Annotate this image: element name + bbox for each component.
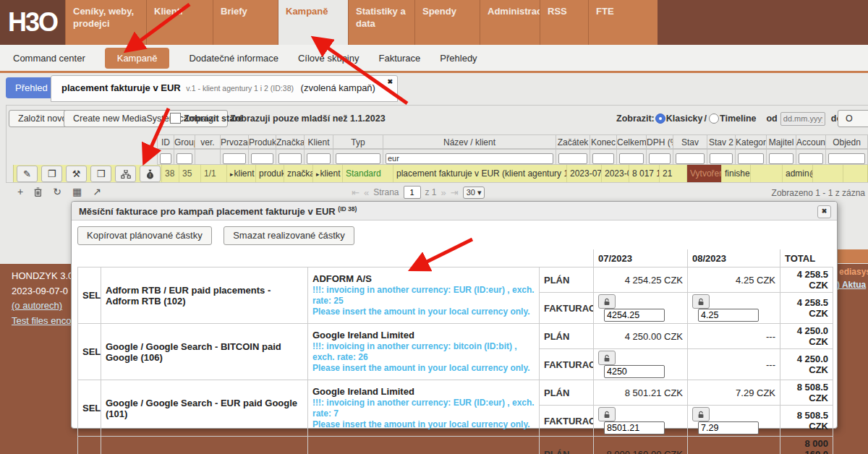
- invoice-amount-input[interactable]: [698, 421, 759, 434]
- filter-stav[interactable]: [676, 153, 705, 164]
- copy-planned-button[interactable]: Kopírovat plánované částky: [77, 226, 212, 245]
- filter-klient[interactable]: [307, 153, 331, 164]
- show-old-checkbox[interactable]: [170, 113, 181, 124]
- prev-page-icon[interactable]: «: [364, 187, 369, 198]
- invoice-amount-input[interactable]: [604, 421, 665, 434]
- add-row-icon[interactable]: +: [17, 187, 23, 197]
- filter-objedn[interactable]: [828, 153, 865, 164]
- grid-view-icon[interactable]: ▦: [72, 187, 82, 197]
- top-nav-item-fte[interactable]: FTE: [588, 0, 658, 45]
- display-timeline-radio[interactable]: [709, 113, 719, 124]
- top-nav-item-kampane[interactable]: Kampaně: [278, 0, 348, 45]
- refresh-icon[interactable]: ↻: [53, 187, 61, 197]
- lock-icon[interactable]: [598, 407, 616, 421]
- display-classic-radio[interactable]: [655, 113, 665, 124]
- filter-zacatek[interactable]: [558, 153, 587, 164]
- filter-celkem[interactable]: [619, 153, 644, 164]
- lock-icon[interactable]: [692, 294, 710, 309]
- delete-realized-button[interactable]: Smazat realizované částky: [224, 226, 354, 245]
- invoice-amount-input[interactable]: [604, 309, 665, 322]
- filter-nazev[interactable]: [386, 153, 553, 164]
- top-nav-item-ceniky[interactable]: Ceníky, weby, prodejci: [65, 0, 146, 45]
- invoice-amount-input[interactable]: [604, 365, 665, 378]
- col-klient[interactable]: Klient: [304, 134, 333, 149]
- filter-stav2[interactable]: [710, 153, 733, 164]
- col-konec[interactable]: Konec: [590, 134, 617, 149]
- col-typ[interactable]: Typ: [333, 134, 383, 149]
- filter-kategorie[interactable]: [738, 153, 764, 164]
- last-page-icon[interactable]: ⇥: [451, 187, 459, 198]
- sub-nav-item-kampane[interactable]: Kampaně: [105, 48, 170, 69]
- filter-dph[interactable]: [649, 153, 671, 164]
- col-majitel[interactable]: Majitel: [766, 134, 796, 149]
- modal-close-icon[interactable]: ✖: [817, 205, 831, 218]
- col-prvozada[interactable]: Prvozada: [220, 134, 249, 149]
- lock-icon[interactable]: [692, 407, 710, 421]
- test-files-link[interactable]: Test files encod: [12, 314, 77, 329]
- filter-group[interactable]: [176, 153, 192, 164]
- footer-right-link[interactable]: ) Aktua: [837, 280, 866, 290]
- tab-close-icon[interactable]: ✖: [387, 78, 393, 85]
- plan-m2: ---: [688, 437, 780, 454]
- col-objedn[interactable]: Objedn: [825, 134, 868, 149]
- campaign-row[interactable]: ✎ ❐ ⚒ ❒ ! 38 35 1/1 ▸klient ag produkt a…: [13, 165, 868, 184]
- next-page-icon[interactable]: »: [441, 187, 446, 198]
- top-nav-item-briefy[interactable]: Briefy: [213, 0, 278, 45]
- col-produkt[interactable]: Produkt: [248, 134, 276, 149]
- sub-nav-item-dodatecne[interactable]: Dodatečné informace: [189, 53, 278, 64]
- filter-konec[interactable]: [592, 153, 614, 164]
- display-classic-label[interactable]: Klasicky: [666, 113, 703, 124]
- overview-button[interactable]: Přehled: [6, 77, 57, 98]
- sub-nav-item-command-center[interactable]: Command center: [13, 53, 85, 64]
- page-size-select[interactable]: 30 ▾: [463, 187, 485, 199]
- col-id[interactable]: ID: [157, 134, 174, 149]
- invoice-amount-input[interactable]: [698, 309, 759, 322]
- col-group[interactable]: Group: [174, 134, 195, 149]
- filter-prvozada[interactable]: [223, 153, 246, 164]
- file-settings-icon[interactable]: ❒: [90, 166, 111, 182]
- open-external-icon[interactable]: ↗: [93, 187, 101, 197]
- top-nav-item-statistiky[interactable]: Statistiky a data: [348, 0, 414, 45]
- col-dph[interactable]: DPH (%): [646, 134, 673, 149]
- sub-nav-item-cilove-skupiny[interactable]: Cílové skupiny: [298, 53, 359, 64]
- col-zacatek[interactable]: Začátek: [556, 134, 590, 149]
- lock-icon[interactable]: [598, 351, 616, 365]
- modal-title: Měsíční fakturace pro kampaň placement f…: [72, 202, 837, 220]
- copy-icon[interactable]: ❐: [41, 166, 62, 182]
- filter-znacka[interactable]: [278, 153, 302, 164]
- col-account[interactable]: Account: [796, 134, 826, 149]
- moneybag-icon[interactable]: !: [140, 166, 161, 182]
- col-ver[interactable]: ver.: [195, 134, 221, 149]
- sub-nav-item-fakturace[interactable]: Fakturace: [379, 53, 421, 64]
- apply-filter-button[interactable]: O: [838, 110, 868, 127]
- sub-nav-item-prehledy[interactable]: Přehledy: [440, 53, 477, 64]
- authors-link[interactable]: (o autorech): [12, 299, 77, 314]
- filter-typ[interactable]: [336, 153, 380, 164]
- filter-majitel[interactable]: [769, 153, 793, 164]
- sitemap-icon[interactable]: [115, 166, 136, 182]
- page-input[interactable]: [404, 186, 421, 199]
- filter-account[interactable]: [799, 153, 823, 164]
- grid-header-row: ID Group ver. Prvozada Produkt Značka Kl…: [13, 134, 868, 149]
- campaign-tab[interactable]: placement fakturuje v EUR v.1 - klient a…: [51, 75, 398, 102]
- col-kategorie[interactable]: Kategorie: [735, 134, 767, 149]
- edit-icon[interactable]: ✎: [17, 166, 38, 182]
- first-page-icon[interactable]: ⇤: [352, 187, 359, 198]
- top-nav-item-administrace[interactable]: Administrace: [480, 0, 540, 45]
- filter-produkt[interactable]: [251, 153, 273, 164]
- display-timeline-label[interactable]: Timeline: [720, 113, 756, 124]
- col-celkem[interactable]: Celkem N: [616, 134, 647, 149]
- col-znacka[interactable]: Značka: [276, 134, 305, 149]
- col-stav[interactable]: Stav: [673, 134, 707, 149]
- filter-id[interactable]: [160, 153, 171, 164]
- top-nav-item-spendy[interactable]: Spendy: [414, 0, 480, 45]
- wrench-icon[interactable]: ⚒: [66, 166, 87, 182]
- top-nav-item-klienti[interactable]: Klienti: [146, 0, 213, 45]
- top-nav: H3O Ceníky, weby, prodejci Klienti Brief…: [0, 0, 868, 45]
- col-stav2[interactable]: Stav 2: [707, 134, 736, 149]
- date-from-input[interactable]: [780, 112, 825, 126]
- col-nazev[interactable]: Název / klient: [383, 134, 556, 149]
- top-nav-item-rss[interactable]: RSS: [540, 0, 588, 45]
- trash-icon[interactable]: [34, 187, 42, 197]
- lock-icon[interactable]: [598, 294, 616, 309]
